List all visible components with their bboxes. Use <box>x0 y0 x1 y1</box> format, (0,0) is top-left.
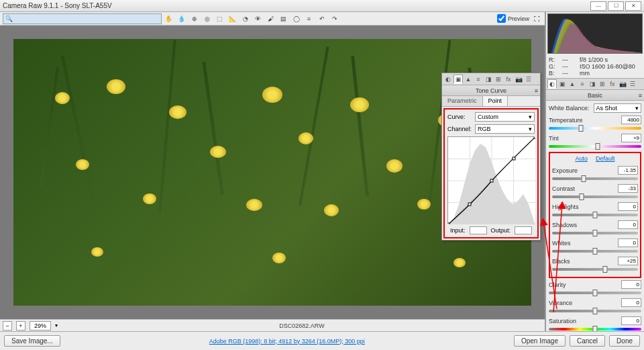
tab-detail-icon[interactable]: ▲ <box>568 79 577 89</box>
saturation-value[interactable]: 0 <box>621 316 641 325</box>
maximize-button[interactable]: ☐ <box>608 1 624 11</box>
clarity-slider[interactable] <box>549 292 641 294</box>
rotate-cw-icon[interactable]: ↷ <box>329 13 340 24</box>
tc-tab-presets-icon[interactable]: ☰ <box>524 75 533 84</box>
exposure-value[interactable]: -1.35 <box>618 166 638 175</box>
toolbar: 🔍 ✋ 💧 ⊕ ◎ ⬚ 📐 ◔ 👁 🖌 ▤ ◯ ≡ ↶ ↷ Preview ⛶ <box>0 12 545 26</box>
vibrance-label: Vibrance <box>549 300 619 306</box>
blacks-value[interactable]: +25 <box>618 257 638 265</box>
input-value[interactable] <box>470 226 487 234</box>
shadows-value[interactable]: 0 <box>618 220 638 229</box>
channel-select[interactable]: RGB▾ <box>475 124 535 134</box>
highlights-value[interactable]: 0 <box>618 202 638 211</box>
tab-fx-icon[interactable]: fx <box>608 79 617 89</box>
spot-removal-icon[interactable]: ◔ <box>240 13 251 24</box>
tc-menu-icon[interactable]: ≡ <box>535 87 538 94</box>
output-label: Output: <box>491 227 511 234</box>
curve-select[interactable]: Custom▾ <box>475 112 535 122</box>
preview-check-input[interactable] <box>497 14 506 23</box>
tc-tab-split-icon[interactable]: ◨ <box>484 75 493 84</box>
radial-filter-icon[interactable]: ◯ <box>291 13 302 24</box>
color-sampler-icon[interactable]: ⊕ <box>189 13 200 24</box>
clarity-value[interactable]: 0 <box>621 280 641 289</box>
vibrance-value[interactable]: 0 <box>621 298 641 307</box>
grad-filter-icon[interactable]: ▤ <box>278 13 289 24</box>
crop-tool-icon[interactable]: ⬚ <box>215 13 225 24</box>
tab-presets-icon[interactable]: ☰ <box>628 79 637 89</box>
tab-point[interactable]: Point <box>483 96 508 106</box>
vibrance-slider[interactable] <box>549 310 641 312</box>
tone-curve-header: Tone Curve ≡ <box>442 85 540 96</box>
redeye-icon[interactable]: 👁 <box>253 13 264 24</box>
zoom-value[interactable]: 29% <box>30 321 51 331</box>
zoom-in-button[interactable]: + <box>16 321 25 331</box>
tc-tab-basic-icon[interactable]: ◐ <box>443 75 453 84</box>
exposure-slider[interactable] <box>552 177 638 180</box>
tab-parametric[interactable]: Parametric <box>442 96 483 106</box>
tint-label: Tint <box>549 135 619 142</box>
wb-select[interactable]: As Shot▾ <box>594 103 642 113</box>
highlights-slider[interactable] <box>552 214 638 216</box>
default-link[interactable]: Default <box>596 155 615 162</box>
tab-basic-icon[interactable]: ◐ <box>547 79 557 89</box>
basic-panel-header: Basic ≡ <box>546 90 644 101</box>
curve-editor[interactable] <box>447 136 535 224</box>
target-adjust-icon[interactable]: ◎ <box>202 13 213 24</box>
contrast-value[interactable]: -33 <box>618 184 638 193</box>
wb-label: White Balance: <box>549 105 592 112</box>
tint-slider[interactable] <box>549 145 641 148</box>
prefs-icon[interactable]: ≡ <box>304 13 315 24</box>
preview-checkbox[interactable]: Preview <box>497 14 529 23</box>
saturation-slider[interactable] <box>549 328 641 331</box>
tab-split-icon[interactable]: ◨ <box>588 79 597 89</box>
workflow-link[interactable]: Adobe RGB (1998): 8 bit; 4912 by 3264 (1… <box>64 338 510 345</box>
highlighted-section: Auto Default Exposure-1.35 Contrast-33 H… <box>549 152 641 278</box>
blacks-slider[interactable] <box>552 268 638 271</box>
whites-slider[interactable] <box>552 250 638 253</box>
fullscreen-icon[interactable]: ⛶ <box>531 13 542 24</box>
tc-tab-curve-icon[interactable]: ▣ <box>453 75 463 84</box>
window-title: Camera Raw 9.1.1 - Sony SLT-A55V <box>3 2 590 9</box>
close-button[interactable]: ✕ <box>625 1 641 11</box>
panel-menu-icon[interactable]: ≡ <box>639 92 642 99</box>
tab-hsl-icon[interactable]: ≡ <box>578 79 587 89</box>
histogram[interactable] <box>547 13 643 54</box>
channel-label: Channel: <box>447 126 473 132</box>
contrast-slider[interactable] <box>552 195 638 198</box>
tc-tab-camera-icon[interactable]: 📷 <box>514 75 523 84</box>
tint-value[interactable]: +9 <box>621 134 641 142</box>
whites-label: Whites <box>552 240 616 247</box>
shadows-slider[interactable] <box>552 232 638 234</box>
rgb-readout: R:G:B: --------- f/8 1/200 sISO 1600 16-… <box>546 55 644 78</box>
zoom-out-button[interactable]: − <box>3 321 12 331</box>
clarity-label: Clarity <box>549 281 619 288</box>
temp-value[interactable]: 4800 <box>621 116 641 124</box>
tc-tab-fx-icon[interactable]: fx <box>504 75 513 84</box>
svg-rect-10 <box>490 179 493 182</box>
saturation-label: Saturation <box>549 318 619 324</box>
whites-value[interactable]: 0 <box>618 238 638 247</box>
output-value[interactable] <box>515 226 532 234</box>
tab-lens-icon[interactable]: ⊞ <box>598 79 607 89</box>
curve-label: Curve: <box>447 114 473 120</box>
wb-tool-icon[interactable]: 💧 <box>176 13 187 24</box>
straighten-icon[interactable]: 📐 <box>227 13 238 24</box>
tab-curve-icon[interactable]: ▣ <box>557 79 567 89</box>
svg-rect-9 <box>468 203 471 206</box>
temp-slider[interactable] <box>549 127 641 130</box>
exposure-label: Exposure <box>552 167 616 174</box>
zoom-tool-icon[interactable]: 🔍 <box>3 13 162 24</box>
minimize-button[interactable]: — <box>590 1 606 11</box>
done-button[interactable]: Done <box>609 335 640 347</box>
save-image-button[interactable]: Save Image... <box>4 335 60 347</box>
rotate-ccw-icon[interactable]: ↶ <box>317 13 327 24</box>
tc-tab-hsl-icon[interactable]: ≡ <box>474 75 483 84</box>
cancel-button[interactable]: Cancel <box>570 335 605 347</box>
hand-tool-icon[interactable]: ✋ <box>164 13 174 24</box>
open-image-button[interactable]: Open Image <box>514 335 566 347</box>
tab-camera-icon[interactable]: 📷 <box>618 79 627 89</box>
tc-tab-lens-icon[interactable]: ⊞ <box>494 75 503 84</box>
tc-tab-detail-icon[interactable]: ▲ <box>464 75 473 84</box>
brush-icon[interactable]: 🖌 <box>266 13 276 24</box>
auto-link[interactable]: Auto <box>575 155 588 162</box>
